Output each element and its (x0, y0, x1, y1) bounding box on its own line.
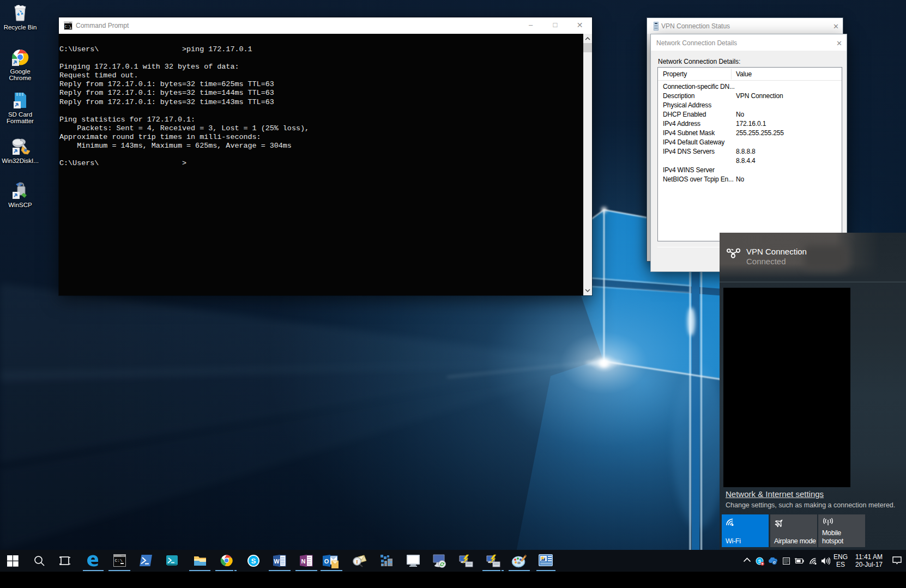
svg-text:C:\: C:\ (115, 558, 123, 563)
svg-text:O: O (324, 558, 329, 565)
svg-text:S: S (251, 557, 256, 565)
svg-text:I: I (356, 559, 358, 565)
svg-text:N: N (301, 558, 306, 565)
svg-text:W: W (274, 558, 280, 565)
